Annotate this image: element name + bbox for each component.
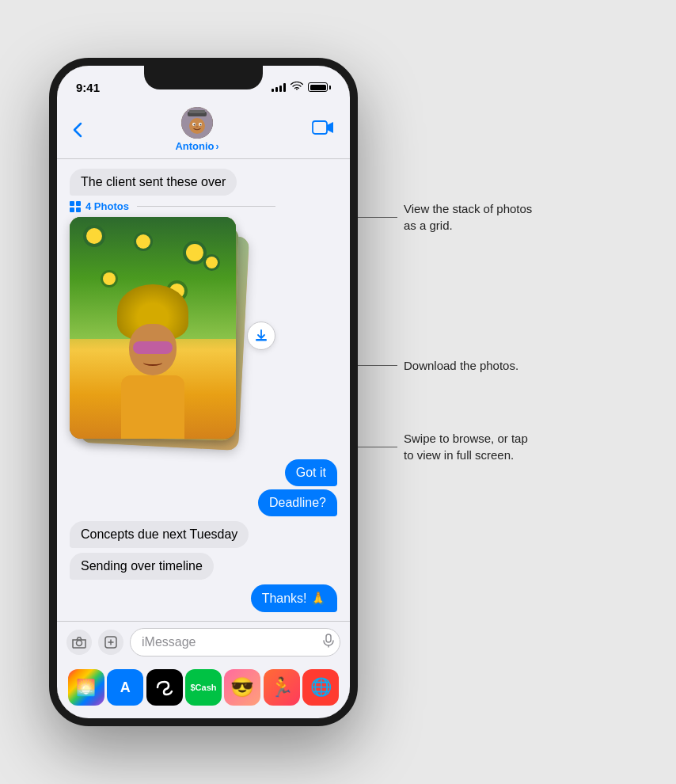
bubble-text: The client sent these over <box>70 169 237 196</box>
annotation-download: Download the photos. <box>358 357 518 374</box>
mic-button[interactable] <box>323 634 334 651</box>
svg-rect-14 <box>256 339 267 341</box>
input-row: iMessage <box>66 628 340 657</box>
ann-line-grid <box>358 217 397 218</box>
message-sent-group-1: Got it Deadline? <box>258 459 337 516</box>
camera-button[interactable] <box>66 630 92 655</box>
fitness-app-icon[interactable]: 🏃 <box>264 669 300 706</box>
signal-bar-4 <box>283 83 286 92</box>
person-shirt <box>121 375 184 439</box>
message-received-3: Sending over timeline <box>70 553 214 580</box>
chat-messages: The client sent these over 4 Photos <box>57 159 350 621</box>
svg-rect-17 <box>326 634 331 642</box>
phone-frame: 9:41 <box>49 58 358 726</box>
bubble-deadline: Deadline? <box>258 489 337 516</box>
web-app-icon[interactable]: 🌐 <box>302 669 339 706</box>
notch <box>144 66 263 89</box>
input-placeholder: iMessage <box>142 635 196 649</box>
svg-rect-2 <box>189 110 205 113</box>
annotation-grid-text: View the stack of photosas a grid. <box>397 200 532 234</box>
photo-main-content <box>70 217 236 439</box>
annotation-grid: View the stack of photosas a grid. <box>358 200 532 234</box>
flower-1 <box>86 228 102 244</box>
bubble-got-it: Got it <box>285 459 337 486</box>
photo-stack-container[interactable]: 4 Photos <box>70 200 275 455</box>
cashapp-icon[interactable]: $Cash <box>185 669 222 706</box>
photos-divider <box>137 206 275 207</box>
wifi-icon <box>291 82 303 93</box>
signal-bar-2 <box>275 87 278 92</box>
svg-point-8 <box>196 126 199 127</box>
svg-point-15 <box>77 641 82 646</box>
person-glasses <box>133 341 173 354</box>
status-icons <box>272 82 331 93</box>
signal-bar-1 <box>272 89 274 92</box>
download-button[interactable] <box>247 322 275 350</box>
appstore-button[interactable] <box>98 630 123 655</box>
photos-count: 4 Photos <box>85 200 129 212</box>
app-dock: 🌅 A $Cash 😎 🏃 🌐 <box>57 663 350 718</box>
video-call-button[interactable] <box>312 120 334 140</box>
svg-point-6 <box>194 124 196 126</box>
svg-rect-13 <box>76 207 81 212</box>
svg-rect-9 <box>313 121 327 134</box>
flower-3 <box>186 244 203 261</box>
annotations-panel: View the stack of photosas a grid. Downl… <box>358 58 627 726</box>
annotation-swipe-text: Swipe to browse, or tapto view in full s… <box>397 430 528 463</box>
memoji-app-icon[interactable]: 😎 <box>224 669 260 706</box>
input-area: iMessage <box>57 621 350 663</box>
svg-rect-12 <box>70 207 74 212</box>
grid-icon <box>70 201 81 212</box>
svg-rect-11 <box>76 201 81 206</box>
message-sent-group-2: Thanks! 🙏 <box>251 584 337 612</box>
message-received-2: Concepts due next Tuesday <box>70 521 249 548</box>
bubble-thanks: Thanks! 🙏 <box>251 584 337 612</box>
ann-line-download <box>358 365 397 366</box>
bubble-text: Sending over timeline <box>70 553 214 580</box>
person-container <box>101 284 204 439</box>
person-mouth <box>143 360 162 366</box>
scene: 9:41 <box>49 58 627 726</box>
contact-info[interactable]: Antonio › <box>175 107 218 152</box>
svg-rect-10 <box>70 201 74 206</box>
nav-bar: Antonio › <box>57 101 350 159</box>
ann-line-swipe <box>358 447 397 447</box>
imessage-wrapper: iMessage <box>130 628 340 657</box>
photos-app-icon[interactable]: 🌅 <box>68 669 104 706</box>
annotation-download-text: Download the photos. <box>397 357 518 374</box>
back-button[interactable] <box>73 122 82 138</box>
photo-front[interactable] <box>70 217 236 439</box>
photos-label[interactable]: 4 Photos <box>70 200 275 212</box>
person-face <box>129 324 177 375</box>
appstore-app-icon[interactable]: A <box>107 669 143 706</box>
imessage-input[interactable]: iMessage <box>130 628 340 657</box>
svg-point-7 <box>200 124 202 126</box>
signal-bars-icon <box>272 82 286 92</box>
annotation-divider <box>350 101 351 718</box>
battery-icon <box>308 82 331 92</box>
phone-content: 9:41 <box>57 66 350 718</box>
shazam-app-icon[interactable] <box>146 669 183 706</box>
contact-name: Antonio › <box>175 140 218 152</box>
status-time: 9:41 <box>76 81 100 94</box>
photo-stack[interactable] <box>70 217 244 455</box>
avatar <box>181 107 213 139</box>
annotation-swipe: Swipe to browse, or tapto view in full s… <box>358 430 528 463</box>
message-received-1: The client sent these over <box>70 169 237 196</box>
flower-4 <box>103 272 116 285</box>
signal-bar-3 <box>279 86 282 92</box>
bubble-text: Concepts due next Tuesday <box>70 521 249 548</box>
